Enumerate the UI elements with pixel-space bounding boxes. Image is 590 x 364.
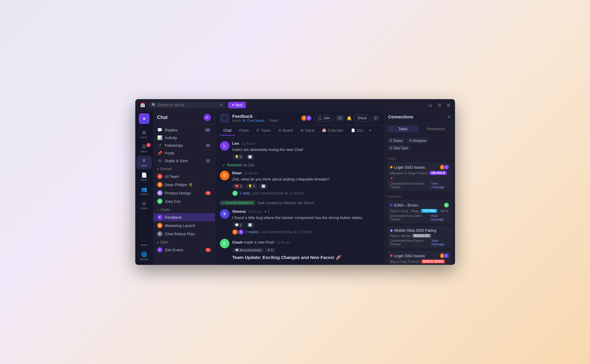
card2-sub: Task in Core – Bugs TESTING · Apr 8	[390, 209, 449, 213]
reaction-refresh2[interactable]: 🔄	[259, 184, 268, 189]
conn-card-login-sso-2[interactable]: Login SSO Issues J Z Bug in Core Product…	[387, 251, 452, 265]
resolved-text: Resolved	[227, 163, 242, 167]
sidebar-item-joey-cox[interactable]: J Joey Cox	[153, 197, 215, 205]
card2-link: Connected from Zeb's Thread · View messa…	[390, 214, 449, 221]
tab-tasks[interactable]: ☰ Tasks	[253, 126, 274, 136]
nav-chat[interactable]: # Chat	[136, 156, 152, 169]
tab-doc[interactable]: 📄 Doc	[348, 126, 367, 136]
card1-av2: Z	[444, 165, 449, 170]
nav-home[interactable]: ⊞ Home	[136, 128, 152, 141]
card1-avatars: J Z	[440, 165, 449, 170]
conn-card-mobile-okta[interactable]: Mobile Okta SSO Failing Task in Mobile B…	[387, 226, 452, 248]
conn-card-3-header: Mobile Okta SSO Failing	[390, 228, 449, 233]
sidebar-item-dean-phillips[interactable]: D Dean Phillips 🌴	[153, 181, 215, 189]
share-button[interactable]: Share	[354, 115, 370, 121]
card4-title: Login SSO Issues	[394, 254, 438, 258]
pinned-section-header[interactable]: ▾ Pinned	[153, 165, 215, 172]
conn-tab-tasks[interactable]: Tasks	[387, 125, 419, 133]
card2-task-in: Task in Core – Bugs	[390, 209, 419, 213]
tab-posts[interactable]: Posts	[236, 126, 253, 136]
conn-tab-references[interactable]: References	[420, 125, 452, 133]
card4-avatars: J Z	[440, 253, 449, 258]
reply-avatar: Z	[232, 191, 238, 196]
sidebar-add-button[interactable]: +	[204, 114, 211, 121]
tab-add-button[interactable]: +	[368, 125, 373, 136]
reaction-refresh3[interactable]: 🔄	[246, 223, 255, 228]
today-section-title: Today	[387, 156, 452, 162]
card1-view-message[interactable]: View message	[431, 182, 449, 189]
message-sheeva: S Sheeva 11:52 pm ✦ 1 I found a little b…	[220, 207, 379, 236]
nav-more[interactable]: … More	[136, 235, 152, 248]
tab-chat[interactable]: Chat	[220, 126, 235, 136]
nav-inbox[interactable]: 4 ☰ Inbox	[136, 142, 152, 155]
tab-gantt[interactable]: ▤ Gantt	[297, 126, 318, 136]
reaction-refresh[interactable]: 🔄	[246, 154, 255, 160]
conn-card-e30a[interactable]: E30A – Errors S Task in Core – Bugs TEST…	[387, 200, 452, 223]
tab-calendar[interactable]: 📅 Calendar	[319, 126, 347, 136]
nav-spaces[interactable]: 🌐 Spaces	[136, 249, 152, 262]
nav-goals[interactable]: ◎ Goals	[136, 199, 152, 212]
settings-icon[interactable]: ⚙	[436, 102, 443, 109]
feedback-avatar: F	[157, 215, 163, 220]
activity-icon: 📊	[157, 135, 163, 140]
card3-view-message[interactable]: View message	[431, 239, 449, 246]
leo-avatar: L	[220, 141, 229, 151]
calendar-icon[interactable]: 📅	[139, 102, 146, 109]
member-count: 32	[335, 115, 344, 121]
sheeva-upvote: ✦ 1	[264, 210, 269, 214]
sidebar-item-product-design[interactable]: P Product Design 3	[153, 189, 215, 197]
chat-header-info: Feedback List in ⊞ Chat Squad · Public	[232, 114, 298, 123]
chat-header-icon: ≡	[220, 113, 229, 123]
dean-avatar: D	[157, 182, 163, 187]
chats-section-header[interactable]: ▾ Chats	[153, 205, 215, 213]
archive-icon[interactable]: 🗂	[427, 102, 433, 109]
court-post-title[interactable]: Team Update: Exciting Changes and New Fa…	[232, 255, 379, 260]
card3-connected-from: Connected from Dean's Thread	[390, 239, 428, 246]
new-button[interactable]: ✦ New	[228, 102, 246, 108]
filter-task-type[interactable]: ⊙ Task Type	[387, 145, 410, 151]
filter-status[interactable]: ⊙ Status	[387, 138, 405, 143]
sidebar-item-zeb-evans[interactable]: Z Zeb Evans 1	[153, 246, 215, 254]
sidebar-item-replies[interactable]: 💬 Replies 12	[153, 126, 215, 134]
sheeva-reply-time: Last comment today at 11:56 pm	[261, 230, 312, 234]
nav-teams[interactable]: 👥 Teams	[136, 184, 152, 197]
card3-sub: Task in Mobile BACKLOG	[390, 234, 449, 238]
connections-panel: Connections ✕ Tasks References ⊙ Status …	[384, 111, 455, 265]
tab-board[interactable]: ⊞ Board	[275, 126, 297, 136]
search-bar[interactable]: 🔍 Search or Ask AI... ✦	[149, 102, 226, 108]
reaction-heart[interactable]: ❤️ 3	[232, 184, 244, 189]
reaction-lightbulb[interactable]: 💡 5	[232, 154, 244, 160]
sidebar-item-followups[interactable]: ↗ FollowUps 8	[153, 141, 215, 149]
sheeva-replies[interactable]: A B 2 replies Last comment today at 11:5…	[232, 229, 379, 235]
product-design-avatar: P	[157, 190, 163, 196]
court-notice: Court made a new Post!	[232, 239, 274, 246]
share-count-tag: ✦ 2	[265, 248, 275, 252]
court-post-tags: 📢 Announcement ✦ 2	[232, 247, 379, 254]
card1-flag: ⚑	[390, 177, 393, 181]
sidebar-item-chat-rollout[interactable]: C Chat Rollout Plan	[153, 230, 215, 238]
logo-button[interactable]: ✦	[139, 113, 149, 124]
reaction-lightbulb2[interactable]: 💡 1	[246, 184, 257, 189]
card2-av1: S	[444, 202, 449, 208]
sidebar-item-ui-team[interactable]: U UI Team	[153, 172, 215, 181]
conn-card-login-sso[interactable]: Login SSO Issues J Z Milestone in Bugs P…	[387, 162, 452, 191]
sidebar-item-posts[interactable]: 📌 Posts	[153, 149, 215, 157]
dean-replies[interactable]: Z 1 reply Last comment today at 11:49 pm	[232, 191, 379, 196]
sidebar-item-marketing[interactable]: M Marketing Launch	[153, 221, 215, 230]
sidebar-item-feedback[interactable]: F Feedback	[153, 213, 215, 221]
card3-dot	[390, 229, 393, 232]
task-tag[interactable]: Incorrect Buttons ▾	[220, 201, 255, 205]
grid-icon[interactable]: ⊞	[446, 102, 451, 109]
nav-docs[interactable]: 📄 Docs	[136, 170, 152, 183]
sidebar-item-activity[interactable]: 📊 Activity	[153, 134, 215, 141]
bell-icon[interactable]: 🔔	[347, 116, 352, 120]
reaction-chat[interactable]: 💬 2	[232, 223, 244, 228]
filter-assignee[interactable]: ⊙ Assignee	[407, 138, 429, 143]
card2-view-message[interactable]: View message	[431, 214, 449, 221]
home-label: Home	[140, 136, 147, 139]
dms-section-header[interactable]: ▾ DM's	[153, 238, 215, 246]
connections-close-button[interactable]: ✕	[447, 115, 451, 119]
join-button[interactable]: 🎧 Join	[314, 115, 333, 121]
resolved-by: by Zeb	[244, 163, 255, 167]
sidebar-item-drafts[interactable]: ✉ Drafts & Sent 2	[153, 157, 215, 165]
